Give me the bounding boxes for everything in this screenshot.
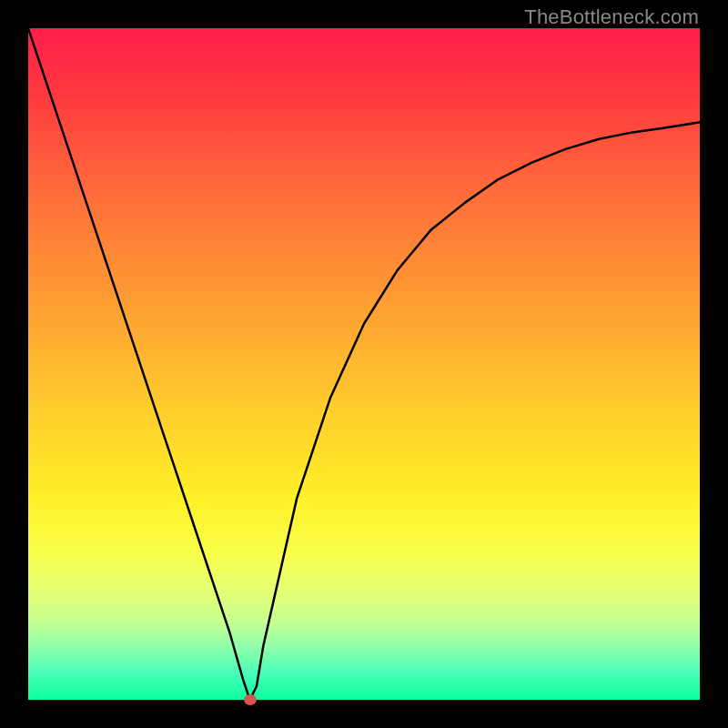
bottleneck-curve [28,28,700,700]
curve-layer [28,28,700,700]
plot-area [28,28,700,700]
watermark-text: TheBottleneck.com [524,5,699,29]
optimum-marker [244,694,257,705]
chart-frame: TheBottleneck.com [0,0,728,728]
